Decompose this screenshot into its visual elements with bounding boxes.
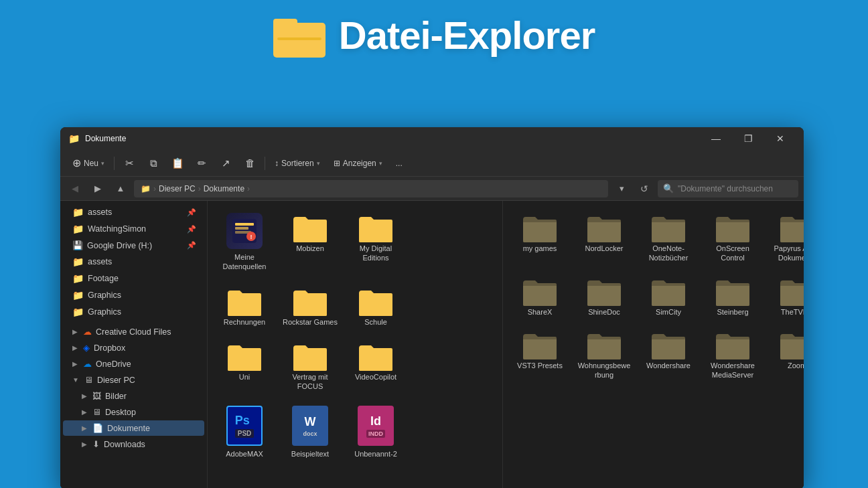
file-item-zoom[interactable]: Zoom <box>767 325 804 384</box>
sidebar-item-watching[interactable]: 📁 WatchingSimon 📌 <box>63 221 204 237</box>
back-button[interactable]: ◀ <box>66 179 84 198</box>
maximize-button[interactable]: ❐ <box>733 127 764 150</box>
psd-icon: Ps PSD <box>226 406 263 446</box>
file-label: ShineDoc <box>588 307 620 317</box>
path-segment-1: 📁 <box>141 184 151 193</box>
cut-button[interactable]: ✂ <box>119 153 140 173</box>
refresh-button[interactable]: ↺ <box>635 179 654 198</box>
expand-icon: ▶ <box>82 424 87 432</box>
file-label: Vertrag mit FOCUS <box>283 372 338 392</box>
up-button[interactable]: ▲ <box>111 179 130 198</box>
search-placeholder: "Dokumente" durchsuchen <box>678 184 773 193</box>
path-dropdown-button[interactable]: ▾ <box>612 179 631 198</box>
file-label: VST3 Presets <box>517 361 563 370</box>
expand-icon: ▼ <box>72 376 79 384</box>
app-icon-meine: ! <box>226 213 263 249</box>
file-item-adobemax[interactable]: Ps PSD AdobeMAX <box>214 400 275 463</box>
file-label: AdobeMAX <box>226 449 263 459</box>
file-item-papyrus[interactable]: Papyrus Autor Dokumente <box>767 208 804 267</box>
pin-icon: 📌 <box>187 225 196 234</box>
sidebar-item-graphics-2[interactable]: 📁 Graphics <box>63 304 204 320</box>
sidebar-item-desktop[interactable]: ▶ 🖥 Desktop <box>63 404 204 420</box>
file-item-meine-datenquellen[interactable]: ! Meine Datenquellen <box>214 208 275 276</box>
file-item-vst3[interactable]: VST3 Presets <box>510 325 570 384</box>
delete-button[interactable]: 🗑 <box>239 153 261 173</box>
file-label: Wondershare <box>646 361 691 370</box>
file-label: Mobizen <box>296 244 324 253</box>
sidebar-item-dropbox[interactable]: ▶ ◈ Dropbox <box>63 340 204 355</box>
folder-icon: 📁 <box>72 273 84 284</box>
search-box[interactable]: 🔍 "Dokumente" durchsuchen <box>658 180 798 197</box>
more-button[interactable]: ... <box>390 156 408 171</box>
file-item-sharex[interactable]: ShareX <box>510 271 570 321</box>
expand-icon: ▶ <box>82 392 87 400</box>
file-label: Rechnungen <box>224 317 265 327</box>
minimize-button[interactable]: — <box>701 127 731 150</box>
file-label: Wondershare MediaServer <box>705 361 760 380</box>
address-path[interactable]: 📁 › Dieser PC › Dokumente › <box>134 180 608 197</box>
file-item-uni[interactable]: Uni <box>214 336 275 396</box>
sidebar-item-bilder[interactable]: ▶ 🖼 Bilder <box>63 388 204 404</box>
file-label: Meine Datenquellen <box>217 252 272 272</box>
file-item-wondershare[interactable]: Wondershare <box>638 325 699 384</box>
file-item-videocopilot[interactable]: VideoCopilot <box>346 336 406 396</box>
file-item-wondershare-media[interactable]: Wondershare MediaServer <box>703 325 763 384</box>
sidebar-item-footage[interactable]: 📁 Footage <box>63 270 204 287</box>
file-item-nordlocker[interactable]: NordLocker <box>574 208 634 267</box>
file-item-wohnungsbewerbung[interactable]: Wohnungsbewerbung <box>574 325 634 384</box>
copy-button[interactable]: ⧉ <box>143 153 164 173</box>
titlebar: 📁 Dokumente — ❐ ✕ <box>60 127 804 150</box>
paste-button[interactable]: 📋 <box>167 153 188 173</box>
forward-button[interactable]: ▶ <box>88 179 107 198</box>
expand-icon: ▶ <box>72 344 78 351</box>
svg-rect-4 <box>235 223 254 226</box>
file-label: OneNote-Notizbücher <box>641 244 696 263</box>
file-item-simcity[interactable]: SimCity <box>638 271 699 321</box>
sidebar-item-onedrive[interactable]: ▶ ☁ OneDrive <box>63 356 204 372</box>
sidebar-item-assets-2[interactable]: 📁 assets <box>63 254 204 270</box>
file-item-my-games[interactable]: my games <box>510 208 570 267</box>
file-label: Steinberg <box>717 307 748 317</box>
sidebar-item-assets-1[interactable]: 📁 assets 📌 <box>63 204 204 220</box>
file-label: Rockstar Games <box>283 317 338 327</box>
file-item-rechnungen[interactable]: Rechnungen <box>214 281 275 331</box>
file-item-my-digital-editions[interactable]: My Digital Editions <box>346 208 406 276</box>
view-button[interactable]: ⊞ Anzeigen ▾ <box>328 156 388 171</box>
file-item-vertrag-focus[interactable]: Vertrag mit FOCUS <box>280 336 340 396</box>
file-item-mobizen[interactable]: Mobizen <box>280 208 340 276</box>
new-button[interactable]: ⊕ Neu ▾ <box>67 154 110 172</box>
file-item-rockstar-games[interactable]: Rockstar Games <box>280 281 340 331</box>
folder-svg <box>292 213 328 244</box>
file-item-beispieltext[interactable]: W docx Beispieltext <box>280 400 340 463</box>
sidebar-item-downloads[interactable]: ▶ ⬇ Downloads <box>63 436 204 452</box>
sidebar-item-graphics-1[interactable]: 📁 Graphics <box>63 287 204 303</box>
file-item-steinberg[interactable]: Steinberg <box>703 271 763 321</box>
file-item-shinedoc[interactable]: ShineDoc <box>574 271 634 321</box>
share-button[interactable]: ↗ <box>215 153 236 173</box>
sidebar-item-googledrive[interactable]: 💾 Google Drive (H:) 📌 <box>63 238 204 253</box>
file-item-schule[interactable]: Schule <box>346 281 406 331</box>
file-item-thetvdb[interactable]: TheTVDB <box>767 271 804 321</box>
path-dieser-pc: Dieser PC <box>159 184 196 193</box>
sidebar-item-dieser-pc[interactable]: ▼ 🖥 Dieser PC <box>63 372 204 388</box>
path-dokumente: Dokumente <box>204 184 244 193</box>
file-label: VideoCopilot <box>355 372 396 382</box>
file-item-unbenannt[interactable]: Id INDD Unbenannt-2 <box>346 400 406 463</box>
folder-svg <box>358 287 394 317</box>
sidebar-item-creative-cloud[interactable]: ▶ ☁ Creative Cloud Files <box>63 324 204 339</box>
file-label: Papyrus Autor Dokumente <box>770 244 804 263</box>
file-item-onenote[interactable]: OneNote-Notizbücher <box>638 208 699 267</box>
rename-button[interactable]: ✏ <box>191 153 212 173</box>
file-item-onscreen[interactable]: OnScreen Control <box>703 208 763 267</box>
folder-icon-big <box>273 12 327 58</box>
header-title: Datei-Explorer <box>339 13 595 58</box>
sort-button[interactable]: ↕ Sortieren ▾ <box>269 156 326 171</box>
dokumente-icon: 📄 <box>92 423 103 433</box>
toolbar-divider-1 <box>114 157 115 170</box>
creative-cloud-icon: ☁ <box>83 327 92 337</box>
folder-svg <box>226 287 263 317</box>
close-button[interactable]: ✕ <box>765 127 796 150</box>
svg-rect-2 <box>277 37 321 40</box>
sidebar-item-dokumente[interactable]: ▶ 📄 Dokumente <box>63 420 204 436</box>
expand-icon: ▶ <box>72 328 78 335</box>
